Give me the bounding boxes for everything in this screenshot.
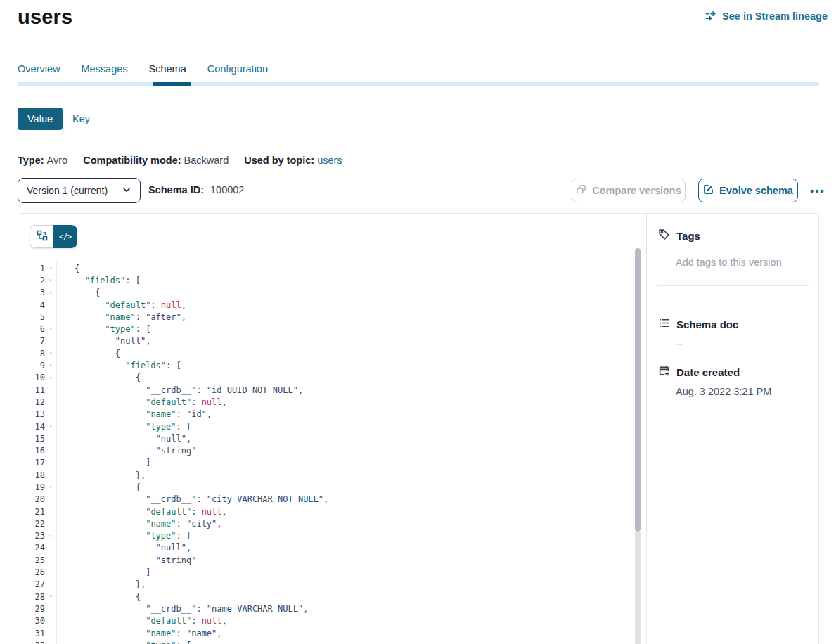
used-by-topic-label: Used by topic: [244,155,314,166]
lineage-link-label: See in Stream lineage [722,11,828,22]
code-line: 32▾ "type": [ [18,639,623,644]
code-text: { [56,372,141,384]
fold-arrow-icon[interactable]: ▾ [45,262,56,274]
tab-configuration[interactable]: Configuration [207,63,268,75]
line-number: 2 [18,276,45,285]
fold-arrow-icon[interactable]: ▾ [45,359,56,371]
value-toggle-button[interactable]: Value [18,108,63,130]
code-text: "name": "id", [56,408,212,420]
tree-view-button[interactable] [30,225,53,248]
version-dropdown[interactable]: Version 1 (current) [18,178,141,203]
code-line: 8▾ { [18,347,623,359]
code-text: "type": [ [56,420,191,432]
fold-arrow-icon[interactable]: ▾ [45,287,56,299]
fold-arrow-icon[interactable]: ▾ [45,420,56,432]
line-number: 18 [18,470,45,480]
code-text: }, [56,579,146,591]
schema-doc-header: Schema doc [658,317,809,331]
tab-bar: OverviewMessagesSchemaConfiguration [18,63,268,75]
line-number: 4 [18,300,45,310]
line-number: 25 [18,555,45,565]
used-by-topic-field: Used by topic:users [244,155,342,166]
line-number: 31 [18,629,45,638]
fold-arrow-icon[interactable]: ▾ [45,530,56,542]
code-text: "type": [ [56,639,191,644]
fold-arrow-icon[interactable]: ▾ [45,481,56,493]
fold-arrow-icon[interactable]: ▾ [45,347,56,359]
code-text: { [56,287,100,299]
code-line: 18 }, [18,469,623,481]
tab-schema[interactable]: Schema [149,63,186,75]
type-value: Avro [47,155,68,166]
code-line: 22 "name": "city", [18,517,623,529]
key-toggle-link[interactable]: Key [72,113,90,124]
code-view-button[interactable]: </> [53,225,77,248]
code-scrollbar-track[interactable] [635,532,641,644]
line-number: 1 [18,264,45,273]
code-line: 5 "name": "after", [18,311,623,323]
schema-sidebar: Tags Schema doc -- [647,214,819,644]
code-text: "string" [56,554,196,566]
code-text: "fields": [ [56,359,181,371]
date-created-value: Aug. 3 2022 3:21 PM [676,386,809,397]
code-line: 13 "name": "id", [18,408,623,420]
code-text: "null", [56,335,150,347]
tab-overview[interactable]: Overview [18,63,60,75]
versions-icon [576,184,586,197]
schema-meta-row: Type:Avro Compatibility mode:Backward Us… [18,155,342,166]
code-scrollbar-thumb[interactable] [635,248,641,532]
edit-icon [703,184,714,197]
code-text: "__crdb__": "city VARCHAR NOT NULL", [56,494,328,505]
code-text: { [56,262,79,274]
fold-arrow-icon[interactable]: ▾ [45,372,56,384]
evolve-schema-button[interactable]: Evolve schema [698,179,798,202]
code-text: "__crdb__": "name VARCHAR NULL", [56,603,308,614]
compare-versions-button[interactable]: Compare versions [572,179,686,202]
more-options-button[interactable]: ••• [806,179,830,202]
line-number: 8 [18,349,45,359]
line-number: 7 [18,336,45,346]
fold-arrow-icon[interactable]: ▾ [45,274,56,286]
schema-detail-card: </> 1▾{2▾ "fields": [3▾ {4 "default": nu… [18,213,819,644]
code-line: 26 ] [18,566,623,578]
line-number: 14 [18,422,45,432]
schema-id-value: 100002 [210,184,244,195]
line-number: 11 [18,385,45,395]
schema-doc-section: Schema doc -- [658,317,809,349]
line-number: 6 [18,324,45,334]
code-line: 28▾ { [18,591,623,603]
topic-link[interactable]: users [317,155,342,166]
code-line: 21 "default": null, [18,505,623,517]
code-line: 7 "null", [18,335,623,347]
code-view-icon: </> [59,233,72,240]
line-number: 23 [18,531,45,541]
code-line: 14▾ "type": [ [18,420,623,432]
fold-arrow-icon[interactable]: ▾ [45,323,56,335]
tags-section: Tags [658,228,809,273]
tags-title: Tags [676,230,700,242]
line-number: 10 [18,373,45,382]
code-line: 3▾ { [18,287,623,299]
line-number: 3 [18,288,45,297]
code-text: "default": null, [56,299,186,311]
type-label: Type: [18,155,44,166]
tab-active-underline [153,82,191,86]
line-number: 26 [18,567,45,577]
line-number: 27 [18,579,45,589]
code-line: 30 "default": null, [18,615,623,627]
evolve-schema-label: Evolve schema [719,185,793,196]
code-line: 23▾ "type": [ [18,530,623,542]
code-line: 9▾ "fields": [ [18,359,623,371]
code-text: "type": [ [56,323,150,335]
fold-arrow-icon[interactable]: ▾ [45,591,56,603]
code-text: { [56,591,141,603]
compatibility-label: Compatibility mode: [83,155,181,166]
date-created-header: Date created [658,365,809,379]
add-tags-input[interactable] [676,257,809,273]
sidebar-divider [657,285,809,286]
fold-arrow-icon[interactable]: ▾ [45,639,56,644]
see-in-stream-lineage-link[interactable]: See in Stream lineage [705,11,828,22]
code-line: 20 "__crdb__": "city VARCHAR NOT NULL", [18,494,623,505]
tab-messages[interactable]: Messages [81,63,127,75]
line-number: 21 [18,507,45,517]
